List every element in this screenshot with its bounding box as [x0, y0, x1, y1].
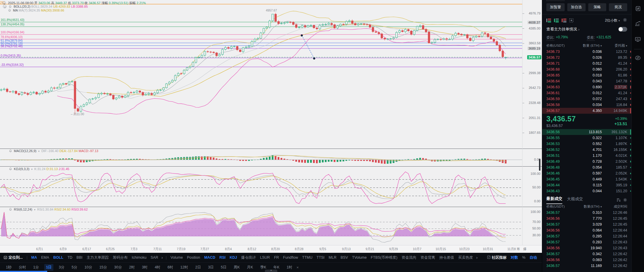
indicator-chip[interactable]: 资金流向 — [402, 255, 416, 260]
timeframe-chip[interactable]: 周K — [232, 264, 242, 271]
indicator-chip[interactable]: MLR — [329, 255, 336, 260]
panel-action-button[interactable]: 加预警 — [546, 3, 565, 11]
locate-button[interactable]: 定位到... — [4, 255, 23, 260]
ma-indicator-label[interactable]: MA — [13, 9, 18, 12]
indicator-chip[interactable]: BBI — [76, 255, 82, 260]
ask-row[interactable]: 3436.730.036123.72 — [542, 49, 631, 55]
indicator-chip[interactable]: TVolume — [352, 255, 367, 260]
indicator-chip[interactable]: 持仓差值 — [439, 255, 454, 260]
indicator-chip[interactable]: 主力大单跟踪 — [86, 255, 109, 260]
indicator-chip[interactable]: 筹码分布 — [113, 255, 127, 260]
collapse-chevron-icon[interactable] — [3, 5, 6, 8]
timeframe-chip[interactable]: 3分 — [57, 264, 66, 271]
timeframe-chip[interactable]: 10分 — [83, 264, 94, 271]
timeframe-chip[interactable]: 2日 — [194, 264, 203, 271]
main-orders-toggle[interactable] — [618, 27, 627, 32]
timeframe-chip[interactable]: 4时 — [153, 264, 162, 271]
timeframe-chip[interactable]: 5日 — [219, 264, 228, 271]
bid-row[interactable]: 3436.56113.815391.132K — [542, 129, 631, 135]
market-monitor-icon[interactable] — [635, 36, 641, 44]
panel-action-button[interactable]: 加自选 — [567, 3, 586, 11]
indicator-chip[interactable]: MA — [31, 255, 37, 260]
indicator-chip[interactable]: LSUR — [260, 255, 270, 260]
indicator-chip[interactable]: KDJ — [230, 255, 237, 260]
timeframe-chip[interactable]: 1日 — [44, 264, 53, 271]
ask-row[interactable]: 3436.630.6902.371K — [542, 84, 631, 90]
toolbar-right-chip[interactable]: 对数 — [511, 255, 518, 260]
book-view-asks-icon[interactable] — [562, 18, 566, 22]
ask-row[interactable]: 3436.680.060206.20 — [542, 66, 631, 72]
timeframe-chip[interactable]: 6时 — [166, 264, 175, 271]
collapse-chevron-icon[interactable] — [2, 1, 6, 5]
chart-scrollbar[interactable] — [539, 159, 540, 171]
rsi-indicator-label[interactable]: RSI(6,12,24) — [14, 208, 32, 211]
trade-row[interactable]: 3436.567.77012:26:45 — [542, 216, 631, 221]
indicator-chip[interactable]: MACD — [204, 255, 215, 260]
bid-row[interactable]: 3436.460.5972.052K — [542, 170, 631, 176]
book-view-bids-icon[interactable] — [554, 18, 559, 22]
indicator-chip[interactable]: SAR — [150, 255, 158, 260]
alert-bell-icon[interactable] — [9, 149, 12, 153]
indicator-chip[interactable]: 爆仓统计 — [241, 255, 256, 260]
indicator-chip[interactable]: Ichimoku — [132, 255, 146, 260]
macd-indicator-label[interactable]: MACD(12,26,9) — [14, 149, 36, 153]
indicator-chip[interactable]: › — [476, 255, 478, 260]
book-settings-gear-icon[interactable] — [623, 18, 627, 23]
sort-list-icon[interactable] — [617, 198, 621, 202]
timeframe-chip[interactable]: 12时 — [178, 264, 190, 271]
collapse-handle[interactable]: ▼ — [265, 270, 277, 272]
bid-row[interactable]: 3436.511.1704.021K — [542, 153, 631, 159]
alert-bell-icon[interactable] — [9, 5, 12, 9]
timeframe-chip[interactable]: 1秒 — [4, 264, 13, 271]
date-marker[interactable]: 筹 — [515, 247, 521, 251]
timeframe-chip[interactable]: 1分 — [31, 264, 40, 271]
ask-row[interactable]: 3436.574.35014.949K — [542, 108, 631, 114]
indicator-chip[interactable]: Volume — [171, 255, 183, 260]
trade-row[interactable]: 3436.5619.94012:26:43 — [542, 245, 631, 251]
indicator-chip[interactable]: 资金背离 — [420, 255, 435, 260]
ask-row[interactable]: 3436.710.01241.24 — [542, 61, 631, 66]
bid-row[interactable]: 3436.490.7282.502K — [542, 159, 631, 164]
ask-row[interactable]: 3436.580.034116.84 — [542, 102, 631, 108]
trades-tab[interactable]: 大额成交 — [567, 196, 583, 204]
alert-bell-icon[interactable] — [8, 9, 11, 13]
horizontal-scrollbar-thumb[interactable] — [0, 271, 47, 272]
indicator-chip[interactable]: EMA — [41, 255, 49, 260]
bid-row[interactable]: 3436.440.115395.19 — [542, 182, 631, 188]
date-marker[interactable]: 爆 — [522, 247, 528, 251]
trade-row[interactable]: 3436.570.34212:26:42 — [542, 251, 631, 257]
timeframe-chip[interactable]: 月K — [245, 264, 255, 271]
indicator-chip[interactable]: BSV — [341, 255, 348, 260]
order-flow-icon[interactable] — [635, 5, 641, 13]
add-view-icon[interactable] — [569, 18, 574, 22]
timeframe-chip[interactable]: 3日 — [206, 264, 215, 271]
indicator-chip[interactable]: FR — [274, 255, 279, 260]
trade-row[interactable]: 3436.570.28312:26:43 — [542, 239, 631, 245]
indicator-chip[interactable]: Position — [187, 255, 200, 260]
trade-row[interactable]: 3436.5711.16912:26:42 — [542, 263, 631, 269]
trade-row[interactable]: 3436.560.06412:26:44 — [542, 227, 631, 233]
ask-row[interactable]: 3436.590.072247.43 — [542, 96, 631, 102]
toolbar-right-chip[interactable]: 社区指标 — [487, 255, 507, 260]
bid-row[interactable]: 3436.430.044151.20 — [542, 188, 631, 194]
toolbar-right-chip[interactable]: 自动 — [530, 255, 537, 260]
alert-bell-icon[interactable] — [9, 208, 12, 212]
book-view-both-icon[interactable] — [546, 18, 551, 22]
dropdown-caret-icon[interactable]: ▾ — [31, 168, 33, 171]
dropdown-caret-icon[interactable]: ▾ — [34, 208, 36, 211]
ask-row[interactable]: 3436.720.02689.35 — [542, 55, 631, 61]
bid-row[interactable]: 3436.524.70116.155K — [542, 147, 631, 153]
indicator-chip[interactable]: TTSI — [317, 255, 325, 260]
panel-action-button[interactable]: 简况 — [609, 3, 627, 11]
boll-indicator-label[interactable]: BOLL(20,2) — [14, 5, 30, 8]
bid-row[interactable]: 3436.480.054185.57 — [542, 164, 631, 170]
indicator-chip[interactable]: RSI — [219, 255, 226, 260]
kdj-indicator-label[interactable]: KDJ(9,3,3) — [14, 167, 30, 171]
indicator-chip[interactable]: FTBS(币种维度) — [371, 255, 397, 260]
bid-row[interactable]: 3436.530.5521.897K — [542, 141, 631, 147]
decimals-selector[interactable]: 2位小数 ▾ — [605, 18, 620, 23]
bid-row[interactable]: 3436.550.3221.107K — [542, 135, 631, 141]
ask-row[interactable]: 3436.610.01241.24 — [542, 90, 631, 96]
bid-row[interactable]: 3436.450.4491.543K — [542, 176, 631, 182]
main-orders-link[interactable]: 查看主力挂单情况 › — [542, 25, 631, 34]
